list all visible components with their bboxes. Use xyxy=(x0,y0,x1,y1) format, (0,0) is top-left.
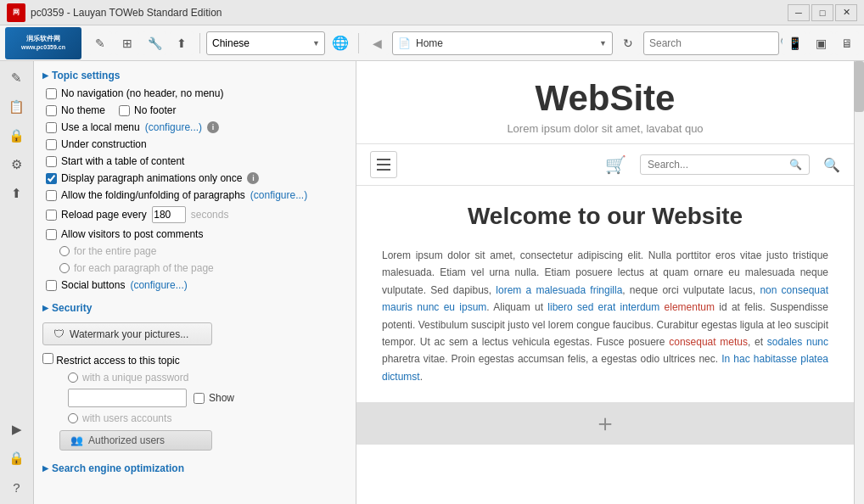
under-construction-row: Under construction xyxy=(34,136,356,153)
website-title-bold: Site xyxy=(609,78,675,118)
sidebar-icon-pages[interactable]: 📋 xyxy=(3,93,31,120)
no-navigation-checkbox[interactable] xyxy=(46,88,57,99)
nav-search-btn[interactable]: 🔍 xyxy=(823,157,840,173)
hamburger-menu[interactable] xyxy=(370,151,397,178)
sidebar-icon-upload[interactable]: ⬆ xyxy=(3,180,31,207)
animations-checkbox[interactable] xyxy=(46,173,57,184)
folding-label[interactable]: Allow the folding/unfolding of paragraph… xyxy=(46,189,245,201)
restrict-access-checkbox[interactable] xyxy=(42,353,53,364)
no-theme-label[interactable]: No theme xyxy=(46,104,105,116)
sidebar-icon-lock-red[interactable]: 🔒 xyxy=(3,445,31,472)
refresh-button[interactable]: ↻ xyxy=(616,31,640,55)
password-input[interactable] xyxy=(68,389,187,407)
reload-label[interactable]: Reload page every xyxy=(46,209,147,221)
users-accounts-label[interactable]: with users accounts xyxy=(68,412,171,424)
under-construction-label[interactable]: Under construction xyxy=(46,138,147,150)
url-bar[interactable]: 📄 Home ▼ xyxy=(392,31,613,55)
info-icon[interactable]: i xyxy=(207,121,219,133)
users-accounts-radio[interactable] xyxy=(68,413,78,423)
language-select[interactable]: Chinese English French xyxy=(206,31,325,55)
toolbar-btn-2[interactable]: ⊞ xyxy=(115,31,139,55)
search-input[interactable] xyxy=(649,37,777,49)
toolbar-btn-3[interactable]: 🔧 xyxy=(143,31,166,55)
entire-page-radio[interactable] xyxy=(59,246,70,256)
show-password-label[interactable]: Show xyxy=(194,392,234,404)
entire-page-label[interactable]: for the entire page xyxy=(59,245,156,257)
tablet-view-button[interactable]: ▣ xyxy=(809,31,833,55)
under-construction-checkbox[interactable] xyxy=(46,139,57,150)
title-bar-controls: ─ □ ✕ xyxy=(788,4,857,21)
sidebar-icon-edit[interactable]: ✎ xyxy=(3,64,31,92)
welcome-title: Welcome to our Website xyxy=(382,203,828,230)
animations-label[interactable]: Display paragraph animations only once xyxy=(46,172,242,184)
no-navigation-label[interactable]: No navigation (no header, no menu) xyxy=(46,87,223,99)
security-header[interactable]: Security xyxy=(34,299,356,317)
toolbar-btn-1[interactable]: ✎ xyxy=(88,31,112,55)
settings-panel: Topic settings No navigation (no header,… xyxy=(34,61,356,504)
no-theme-checkbox[interactable] xyxy=(46,105,57,116)
minimize-button[interactable]: ─ xyxy=(788,4,810,21)
table-of-content-checkbox[interactable] xyxy=(46,156,57,167)
comments-checkbox[interactable] xyxy=(46,229,57,240)
each-paragraph-label[interactable]: for each paragraph of the page xyxy=(59,262,214,274)
desktop-view-button[interactable]: 🖥 xyxy=(835,31,859,55)
sep-2 xyxy=(358,33,359,53)
hamburger-line-2 xyxy=(377,164,390,165)
watermark-button[interactable]: 🛡 Watermark your pictures... xyxy=(42,322,212,345)
language-selector-wrapper: Chinese English French xyxy=(206,31,325,55)
authorized-users-button[interactable]: 👥 Authorized users xyxy=(59,430,212,451)
website-title: WebSite xyxy=(356,78,854,119)
cart-icon[interactable]: 🛒 xyxy=(605,154,626,175)
social-configure-link[interactable]: (configure...) xyxy=(130,279,187,291)
topic-settings-header[interactable]: Topic settings xyxy=(34,66,356,85)
nav-search-bar[interactable]: 🔍 xyxy=(640,154,810,175)
social-row: Social buttons (configure...) xyxy=(34,277,356,294)
social-checkbox[interactable] xyxy=(46,280,57,291)
table-of-content-label[interactable]: Start with a table of content xyxy=(46,155,184,167)
folding-row: Allow the folding/unfolding of paragraph… xyxy=(34,187,356,204)
comments-label[interactable]: Allow visitors to post comments xyxy=(46,228,203,240)
comments-row: Allow visitors to post comments xyxy=(34,226,356,243)
toolbar-btn-4[interactable]: ⬆ xyxy=(170,31,194,55)
unique-password-label[interactable]: with a unique password xyxy=(68,372,188,384)
mobile-view-button[interactable]: 📱 xyxy=(783,31,806,55)
social-label[interactable]: Social buttons xyxy=(46,279,125,291)
local-menu-row: Use a local menu (configure...) i xyxy=(34,119,356,136)
sep-1 xyxy=(199,33,200,53)
device-buttons: 📱 ▣ 🖥 xyxy=(783,31,859,55)
animations-info-icon[interactable]: i xyxy=(247,172,259,184)
no-footer-checkbox[interactable] xyxy=(119,105,130,116)
no-footer-label[interactable]: No footer xyxy=(119,104,176,116)
hamburger-line-1 xyxy=(377,159,390,160)
highlight-3: libero sed erat interdum xyxy=(547,301,659,313)
nav-search-input[interactable] xyxy=(648,159,784,171)
show-password-checkbox[interactable] xyxy=(194,393,205,404)
folding-checkbox[interactable] xyxy=(46,190,57,201)
add-icon[interactable]: ＋ xyxy=(593,407,617,440)
reload-interval-input[interactable] xyxy=(152,206,186,223)
local-menu-checkbox[interactable] xyxy=(46,122,57,133)
reload-checkbox[interactable] xyxy=(46,210,57,221)
seconds-label: seconds xyxy=(191,209,229,221)
close-button[interactable]: ✕ xyxy=(835,4,857,21)
back-button[interactable]: ◀ xyxy=(365,31,389,55)
sidebar-icon-play[interactable]: ▶ xyxy=(3,416,31,443)
local-menu-label[interactable]: Use a local menu xyxy=(46,121,140,133)
each-paragraph-radio[interactable] xyxy=(59,263,70,273)
folding-configure-link[interactable]: (configure...) xyxy=(250,189,307,201)
globe-icon[interactable]: 🌐 xyxy=(328,31,352,55)
title-bar-text: pc0359 - Lauyan TOWeb Standard Edition xyxy=(31,7,788,19)
sidebar-icon-security[interactable]: 🔒 xyxy=(3,122,31,149)
restrict-access-label[interactable]: Restrict access to this topic xyxy=(42,353,180,367)
local-menu-configure-link[interactable]: (configure...) xyxy=(145,121,202,133)
sidebar-icon-help[interactable]: ? xyxy=(3,473,31,501)
search-bar[interactable]: 🔍 xyxy=(643,31,779,55)
seo-header[interactable]: Search engine optimization xyxy=(34,459,356,478)
hamburger-line-3 xyxy=(377,169,390,171)
sidebar-icon-settings[interactable]: ⚙ xyxy=(3,151,31,178)
unique-password-radio[interactable] xyxy=(68,372,78,383)
website-body: Welcome to our Website Lorem ipsum dolor… xyxy=(356,186,854,402)
preview-scrollbar[interactable] xyxy=(854,61,864,504)
restore-button[interactable]: □ xyxy=(811,4,833,21)
scrollbar-thumb[interactable] xyxy=(854,61,864,112)
